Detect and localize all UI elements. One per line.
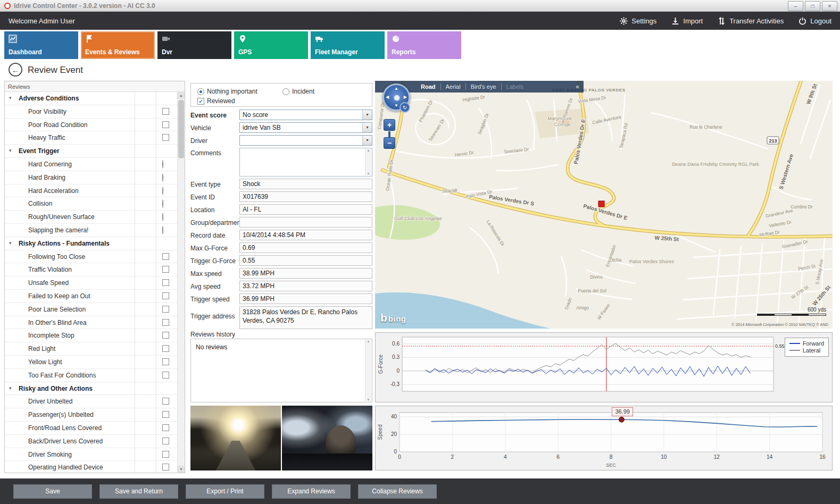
- review-radio[interactable]: [162, 160, 163, 169]
- map-view-aerial[interactable]: Aerial: [446, 83, 461, 90]
- radio-icon[interactable]: [197, 88, 204, 95]
- tab-dashboard[interactable]: Dashboard: [4, 31, 78, 59]
- review-checkbox[interactable]: [162, 266, 169, 273]
- status-checkbox-reviewed[interactable]: ✓Reviewed: [197, 97, 235, 105]
- map-view-bird-s-eye[interactable]: Bird's eye: [471, 83, 496, 90]
- chevron-down-icon[interactable]: ▾: [362, 136, 372, 145]
- textarea-scrollbar[interactable]: ▲▼: [365, 149, 371, 175]
- review-radio[interactable]: [162, 187, 163, 195]
- review-item-following-too-close[interactable]: Following Too Close!: [5, 250, 178, 264]
- status-radio-incident[interactable]: Incident: [282, 88, 314, 95]
- logout-action[interactable]: Logout: [799, 17, 831, 25]
- zoom-out-button[interactable]: −: [384, 137, 395, 149]
- map-view-labels[interactable]: Labels: [506, 83, 523, 90]
- review-item-driver-unbelted[interactable]: Driver Unbelted!: [5, 395, 178, 408]
- review-checkbox[interactable]: [162, 319, 169, 326]
- chevron-down-icon[interactable]: ▾: [9, 385, 12, 391]
- review-item-traffic-violation[interactable]: Traffic Violation!: [5, 263, 178, 276]
- review-category-risky-and-other-actions[interactable]: ▾Risky and Other Actions: [5, 382, 178, 396]
- review-checkbox[interactable]: [162, 108, 169, 115]
- review-item-failed-to-keep-an-out[interactable]: Failed to Keep an Out!: [5, 290, 178, 303]
- bing-logo[interactable]: b bing: [380, 312, 406, 324]
- review-item-back-driver-lens-covered[interactable]: Back/Driver Lens Covered!: [5, 435, 178, 448]
- review-item-red-light[interactable]: Red Light!: [5, 342, 178, 356]
- review-checkbox[interactable]: [162, 464, 169, 471]
- scroll-thumb[interactable]: [178, 100, 184, 158]
- review-category-event-trigger[interactable]: ▾Event Trigger: [5, 145, 178, 158]
- collapse-reviews-button[interactable]: Collapse Reviews: [358, 484, 437, 499]
- speed-chart[interactable]: 024681012141602040SECSpeed36.99: [375, 406, 833, 471]
- chevron-down-icon[interactable]: ▾: [9, 95, 12, 100]
- import-action[interactable]: Import: [671, 17, 703, 25]
- status-radio-nothing-important[interactable]: Nothing important: [197, 88, 257, 95]
- review-item-hard-cornering[interactable]: Hard Cornering!: [5, 158, 178, 171]
- export-print-button[interactable]: Export / Print: [186, 484, 264, 499]
- event-score-select[interactable]: No score▾: [239, 110, 372, 120]
- transfer-activities-action[interactable]: Transfer Activities: [718, 17, 784, 25]
- review-item-poor-visibility[interactable]: Poor Visibility!: [5, 105, 178, 119]
- review-item-yellow-light[interactable]: Yellow Light!: [5, 356, 178, 369]
- review-item-rough-uneven-surface[interactable]: Rough/Uneven Surface!: [5, 211, 178, 224]
- pan-right-icon[interactable]: ▶: [404, 95, 407, 99]
- review-radio[interactable]: [162, 173, 163, 182]
- reviews-scrollbar[interactable]: ▲ ▼: [177, 92, 185, 473]
- review-checkbox[interactable]: [162, 121, 169, 128]
- review-checkbox[interactable]: [162, 279, 169, 286]
- review-checkbox[interactable]: [162, 345, 169, 352]
- map-view-road[interactable]: Road: [421, 83, 436, 90]
- gforce-plot[interactable]: -0.300.30.60.55G-Force: [376, 333, 832, 402]
- pan-down-icon[interactable]: ▼: [394, 104, 398, 108]
- review-item-in-other-s-blind-area[interactable]: In Other's Blind Area!: [5, 316, 178, 330]
- chevron-down-icon[interactable]: ▾: [362, 123, 372, 132]
- review-item-slapping-the-camera[interactable]: Slapping the camera!!: [5, 224, 178, 237]
- reviews-history-list[interactable]: No reviews ▲▼: [190, 339, 372, 402]
- bing-map[interactable]: EAST RANCHO PALOS VERDESMarymountCollege…: [375, 81, 833, 329]
- review-checkbox[interactable]: [162, 398, 169, 405]
- expand-reviews-button[interactable]: Expand Reviews: [272, 484, 351, 499]
- review-checkbox[interactable]: [162, 424, 169, 431]
- review-checkbox[interactable]: [162, 253, 169, 260]
- review-checkbox[interactable]: [162, 451, 169, 458]
- save-button[interactable]: Save: [13, 484, 92, 499]
- tab-dvr[interactable]: Dvr: [157, 31, 231, 59]
- review-checkbox[interactable]: [162, 358, 169, 365]
- review-category-risky-actions-fundamentals[interactable]: ▾Risky Actions - Fundamentals: [5, 237, 178, 250]
- comments-textarea[interactable]: ▲▼: [239, 148, 372, 177]
- pan-up-icon[interactable]: ▲: [394, 87, 398, 91]
- reviews-history-scrollbar[interactable]: ▲▼: [365, 340, 371, 401]
- pan-left-icon[interactable]: ◀: [386, 95, 389, 99]
- minimize-button[interactable]: –: [788, 1, 803, 11]
- chevron-down-icon[interactable]: ▾: [9, 148, 12, 153]
- review-item-poor-road-condition[interactable]: Poor Road Condition!: [5, 119, 178, 132]
- review-item-poor-lane-selection[interactable]: Poor Lane Selection!: [5, 303, 178, 316]
- review-radio[interactable]: [162, 213, 163, 221]
- review-radio[interactable]: [162, 199, 163, 208]
- review-item-incomplete-stop[interactable]: Incomplete Stop!: [5, 329, 178, 342]
- review-item-hard-braking[interactable]: Hard Braking!: [5, 171, 178, 184]
- scroll-down-icon[interactable]: ▼: [178, 466, 185, 473]
- review-item-passenger-s-unbelted[interactable]: Passenger(s) Unbelted!: [5, 408, 178, 422]
- event-location-marker[interactable]: [598, 201, 604, 207]
- vehicle-select[interactable]: idrive Van SB▾: [239, 122, 372, 133]
- video-thumbnail-front[interactable]: [190, 406, 281, 471]
- review-item-unsafe-speed[interactable]: Unsafe Speed!: [5, 276, 178, 290]
- close-button[interactable]: ×: [822, 1, 837, 11]
- tab-reports[interactable]: Reports: [387, 31, 461, 59]
- map-canvas[interactable]: EAST RANCHO PALOS VERDESMarymountCollege…: [375, 81, 833, 329]
- review-checkbox[interactable]: [162, 306, 169, 313]
- review-item-collision[interactable]: Collision!: [5, 197, 178, 211]
- review-item-front-road-lens-covered[interactable]: Front/Road Lens Covered!: [5, 422, 178, 435]
- review-item-too-fast-for-conditions[interactable]: Too Fast For Conditions!: [5, 369, 178, 382]
- checkbox-icon[interactable]: ✓: [197, 98, 204, 105]
- driver-select[interactable]: ▾: [239, 135, 372, 146]
- tab-fleet-manager[interactable]: Fleet Manager: [311, 31, 385, 59]
- review-category-adverse-conditions[interactable]: ▾Adverse Conditions: [5, 92, 178, 105]
- back-button[interactable]: ←: [9, 63, 22, 77]
- review-checkbox[interactable]: [162, 372, 169, 379]
- maximize-button[interactable]: □: [805, 1, 820, 11]
- review-checkbox[interactable]: [162, 332, 169, 339]
- map-bar-collapse-icon[interactable]: «: [576, 83, 579, 90]
- zoom-in-button[interactable]: +: [384, 119, 395, 131]
- radio-icon[interactable]: [282, 88, 289, 95]
- review-checkbox[interactable]: [162, 134, 169, 141]
